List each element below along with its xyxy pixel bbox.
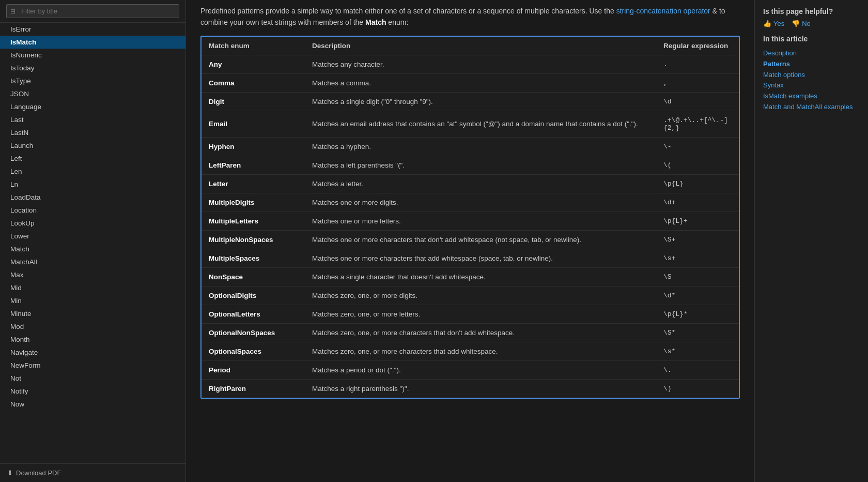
yes-button[interactable]: 👍 Yes <box>763 20 784 27</box>
sidebar-item-last[interactable]: Last <box>0 113 185 126</box>
enum-cell: OptionalSpaces <box>202 342 305 360</box>
table-row: MultipleNonSpaces Matches one or more ch… <box>202 230 739 249</box>
sidebar-item-now[interactable]: Now <box>0 398 185 411</box>
regex-cell: \S <box>656 267 739 286</box>
enum-cell: Digit <box>202 92 305 111</box>
sidebar-item-isnumeric[interactable]: IsNumeric <box>0 49 185 62</box>
col-header-regex: Regular expression <box>656 37 739 55</box>
description-cell: Matches a letter. <box>305 174 656 193</box>
no-label: No <box>802 20 811 27</box>
intro-text-end: enum: <box>386 18 408 26</box>
sidebar-item-not[interactable]: Not <box>0 372 185 385</box>
helpful-buttons: 👍 Yes 👎 No <box>763 20 860 27</box>
enum-cell: Letter <box>202 174 305 193</box>
sidebar-item-left[interactable]: Left <box>0 152 185 165</box>
regex-cell: \( <box>656 156 739 174</box>
table-row: RightParen Matches a right parenthesis "… <box>202 379 739 398</box>
table-row: MultipleDigits Matches one or more digit… <box>202 193 739 212</box>
sidebar-item-istype[interactable]: IsType <box>0 74 185 87</box>
sidebar-item-max[interactable]: Max <box>0 268 185 281</box>
sidebar-item-iserror[interactable]: IsError <box>0 23 185 36</box>
right-panel: Is this page helpful? 👍 Yes 👎 No In this… <box>754 0 868 482</box>
table-body: Any Matches any character. . Comma Match… <box>202 55 739 398</box>
article-link-description[interactable]: Description <box>763 49 797 57</box>
sidebar-item-month[interactable]: Month <box>0 333 185 346</box>
table-row: OptionalNonSpaces Matches zero, one, or … <box>202 323 739 342</box>
enum-cell: OptionalLetters <box>202 305 305 323</box>
description-cell: Matches zero, one, or more letters. <box>305 305 656 323</box>
sidebar-item-loaddata[interactable]: LoadData <box>0 191 185 204</box>
regex-cell: \) <box>656 379 739 398</box>
description-cell: Matches one or more letters. <box>305 212 656 230</box>
download-pdf-label: Download PDF <box>16 469 61 477</box>
sidebar-item-ismatch[interactable]: IsMatch <box>0 36 185 49</box>
enum-cell: OptionalNonSpaces <box>202 323 305 342</box>
enum-cell: MultipleLetters <box>202 212 305 230</box>
sidebar-item-istoday[interactable]: IsToday <box>0 62 185 74</box>
download-icon: ⬇ <box>7 469 13 477</box>
sidebar-item-lower[interactable]: Lower <box>0 230 185 243</box>
download-pdf-button[interactable]: ⬇ Download PDF <box>0 463 185 482</box>
description-cell: Matches a hyphen. <box>305 137 656 156</box>
enum-cell: MultipleNonSpaces <box>202 230 305 249</box>
description-cell: Matches a single digit ("0" through "9")… <box>305 92 656 111</box>
sidebar-item-lookup[interactable]: LookUp <box>0 217 185 230</box>
description-cell: Matches a period or dot ("."). <box>305 360 656 379</box>
sidebar-item-launch[interactable]: Launch <box>0 139 185 152</box>
article-link-patterns[interactable]: Patterns <box>763 60 790 68</box>
no-button[interactable]: 👎 No <box>792 20 811 27</box>
enum-cell: MultipleDigits <box>202 193 305 212</box>
table-row: Letter Matches a letter. \p{L} <box>202 174 739 193</box>
table-row: OptionalLetters Matches zero, one, or mo… <box>202 305 739 323</box>
filter-icon: ⊟ <box>10 8 16 15</box>
sidebar-item-min[interactable]: Min <box>0 294 185 307</box>
table-row: NonSpace Matches a single character that… <box>202 267 739 286</box>
in-article-section: In this article DescriptionPatternsMatch… <box>763 35 860 113</box>
sidebar-item-matchall[interactable]: MatchAll <box>0 255 185 268</box>
regex-cell: , <box>656 73 739 92</box>
article-link-syntax[interactable]: Syntax <box>763 81 784 89</box>
table-row: Hyphen Matches a hyphen. \- <box>202 137 739 156</box>
sidebar-item-lastn[interactable]: LastN <box>0 126 185 139</box>
article-link-ismatch-examples[interactable]: IsMatch examples <box>763 92 817 100</box>
enum-cell: Any <box>202 55 305 73</box>
thumbs-up-icon: 👍 <box>763 20 771 27</box>
table-row: Any Matches any character. . <box>202 55 739 73</box>
string-concat-link[interactable]: string-concatenation operator <box>616 7 710 15</box>
description-cell: Matches zero, one, or more characters th… <box>305 342 656 360</box>
yes-label: Yes <box>773 20 784 27</box>
description-cell: Matches one or more digits. <box>305 193 656 212</box>
regex-cell: .+\@.+\..+[^\.-]{2,} <box>656 111 739 137</box>
enum-cell: Hyphen <box>202 137 305 156</box>
regex-cell: \p{L} <box>656 174 739 193</box>
enum-cell: Period <box>202 360 305 379</box>
regex-cell: \. <box>656 360 739 379</box>
sidebar-item-minute[interactable]: Minute <box>0 307 185 320</box>
description-cell: Matches a left parenthesis "(". <box>305 156 656 174</box>
article-link-match-and-matchall-examples[interactable]: Match and MatchAll examples <box>763 103 853 111</box>
sidebar-item-navigate[interactable]: Navigate <box>0 346 185 359</box>
enum-cell: MultipleSpaces <box>202 249 305 267</box>
sidebar-item-newform[interactable]: NewForm <box>0 359 185 372</box>
sidebar: ⊟ IsErrorIsMatchIsNumericIsTodayIsTypeJS… <box>0 0 186 482</box>
article-links-list: DescriptionPatternsMatch optionsSyntaxIs… <box>763 48 860 113</box>
table-row: MultipleSpaces Matches one or more chara… <box>202 249 739 267</box>
search-input[interactable] <box>6 4 179 18</box>
sidebar-item-language[interactable]: Language <box>0 100 185 113</box>
sidebar-item-mid[interactable]: Mid <box>0 281 185 294</box>
article-link-match-options[interactable]: Match options <box>763 71 805 79</box>
sidebar-item-json[interactable]: JSON <box>0 87 185 100</box>
sidebar-item-ln[interactable]: Ln <box>0 178 185 191</box>
sidebar-list: IsErrorIsMatchIsNumericIsTodayIsTypeJSON… <box>0 23 185 463</box>
sidebar-item-len[interactable]: Len <box>0 165 185 178</box>
patterns-table: Match enum Description Regular expressio… <box>202 37 739 398</box>
sidebar-item-notify[interactable]: Notify <box>0 385 185 398</box>
sidebar-item-mod[interactable]: Mod <box>0 320 185 333</box>
col-header-description: Description <box>305 37 656 55</box>
regex-cell: \s+ <box>656 249 739 267</box>
sidebar-item-match[interactable]: Match <box>0 243 185 255</box>
table-row: Period Matches a period or dot ("."). \. <box>202 360 739 379</box>
enum-cell: NonSpace <box>202 267 305 286</box>
regex-cell: \- <box>656 137 739 156</box>
sidebar-item-location[interactable]: Location <box>0 204 185 217</box>
